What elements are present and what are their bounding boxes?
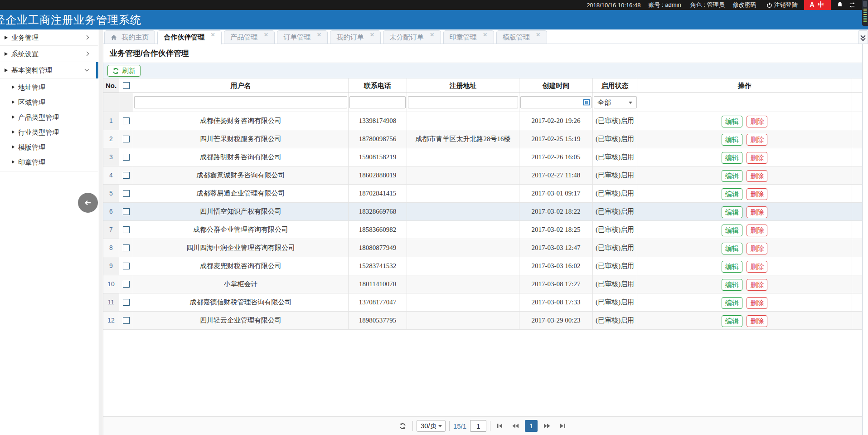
delete-button[interactable]: 删除 bbox=[747, 225, 767, 236]
table-row[interactable]: 10 小掌柜会计 18011410070 2017-03-08 17:27 (已… bbox=[103, 275, 862, 293]
table-row[interactable]: 7 成都公群企业管理咨询有限公司 18583660982 2017-03-02 … bbox=[103, 221, 862, 239]
sidebar-subitem[interactable]: 区域管理 bbox=[0, 95, 98, 110]
row-checkbox[interactable] bbox=[123, 136, 130, 142]
col-header-address[interactable]: 注册地址 bbox=[407, 78, 519, 93]
browser-scrollbar[interactable] bbox=[862, 0, 868, 26]
col-header-actions[interactable]: 操作 bbox=[637, 78, 852, 93]
tab[interactable]: 未分配订单 ✕ bbox=[383, 30, 441, 44]
row-checkbox[interactable] bbox=[123, 317, 130, 324]
delete-button[interactable]: 删除 bbox=[747, 279, 767, 291]
table-row[interactable]: 5 成都蓉易通企业管理有限公司 18702841415 2017-03-01 0… bbox=[103, 185, 862, 203]
row-checkbox[interactable] bbox=[123, 208, 130, 215]
edit-button[interactable]: 编辑 bbox=[722, 134, 742, 146]
col-header-phone[interactable]: 联系电话 bbox=[349, 78, 407, 93]
edit-button[interactable]: 编辑 bbox=[722, 116, 742, 127]
close-icon[interactable]: ✕ bbox=[317, 32, 322, 38]
calendar-icon[interactable] bbox=[583, 98, 590, 106]
prev-page-button[interactable] bbox=[509, 420, 521, 432]
row-checkbox[interactable] bbox=[123, 263, 130, 269]
next-page-button[interactable] bbox=[541, 420, 553, 432]
pager-refresh-button[interactable] bbox=[397, 420, 409, 432]
delete-button[interactable]: 删除 bbox=[747, 261, 767, 273]
edit-button[interactable]: 编辑 bbox=[722, 315, 742, 327]
edit-button[interactable]: 编辑 bbox=[722, 243, 742, 254]
table-row[interactable]: 12 四川轻云企业管理有限公司 18980537795 2017-03-29 0… bbox=[103, 312, 862, 330]
row-checkbox[interactable] bbox=[123, 154, 130, 161]
change-password-link[interactable]: 修改密码 bbox=[733, 1, 756, 9]
delete-button[interactable]: 删除 bbox=[747, 116, 767, 127]
sidebar-subitem[interactable]: 印章管理 bbox=[0, 155, 98, 170]
tab[interactable]: 产品管理 ✕ bbox=[224, 30, 275, 44]
delete-button[interactable]: 删除 bbox=[747, 170, 767, 182]
last-page-button[interactable] bbox=[557, 420, 568, 432]
col-header-no[interactable]: No. bbox=[103, 78, 119, 93]
bell-icon[interactable] bbox=[837, 1, 843, 9]
tab[interactable]: 我的主页 ✕ bbox=[104, 30, 155, 44]
language-badge[interactable]: A 中 bbox=[804, 0, 831, 10]
col-header-created[interactable]: 创建时间 bbox=[519, 78, 593, 93]
col-header-checkbox[interactable] bbox=[119, 78, 133, 93]
close-icon[interactable]: ✕ bbox=[483, 32, 488, 38]
layout-splitter[interactable] bbox=[99, 29, 103, 435]
table-row[interactable]: 3 成都路明财务咨询有限公司 15908158219 2017-02-26 16… bbox=[103, 148, 862, 166]
delete-button[interactable]: 删除 bbox=[747, 188, 767, 200]
col-header-username[interactable]: 用户名 bbox=[133, 78, 349, 93]
edit-button[interactable]: 编辑 bbox=[722, 279, 742, 291]
address-filter-input[interactable] bbox=[408, 96, 518, 108]
created-filter-input[interactable] bbox=[520, 96, 592, 108]
table-row[interactable]: 11 成都嘉德信财税管理咨询有限公司 13708177047 2017-03-0… bbox=[103, 293, 862, 312]
sidebar-subitem[interactable]: 地址管理 bbox=[0, 80, 98, 95]
row-checkbox[interactable] bbox=[123, 190, 130, 197]
sidebar-subitem[interactable]: 行业类型管理 bbox=[0, 125, 98, 140]
phone-filter-input[interactable] bbox=[349, 96, 406, 108]
close-icon[interactable]: ✕ bbox=[370, 32, 375, 38]
close-icon[interactable]: ✕ bbox=[210, 32, 215, 38]
tab[interactable]: 印章管理 ✕ bbox=[443, 30, 494, 44]
sidebar-subitem[interactable]: 模版管理 bbox=[0, 140, 98, 155]
table-row[interactable]: 6 四川悟空知识产权有限公司 18328669768 2017-03-02 18… bbox=[103, 203, 862, 221]
row-checkbox[interactable] bbox=[123, 244, 130, 251]
edit-button[interactable]: 编辑 bbox=[722, 152, 742, 164]
delete-button[interactable]: 删除 bbox=[747, 315, 767, 327]
table-row[interactable]: 4 成都鑫意诚财务咨询有限公司 18602888019 2017-02-27 1… bbox=[103, 166, 862, 185]
tab[interactable]: 订单管理 ✕ bbox=[277, 30, 328, 44]
scrollbar-thumb[interactable] bbox=[863, 1, 867, 7]
delete-button[interactable]: 删除 bbox=[747, 134, 767, 146]
delete-button[interactable]: 删除 bbox=[747, 297, 767, 309]
row-checkbox[interactable] bbox=[123, 172, 130, 179]
tab[interactable]: 合作伙伴管理 ✕ bbox=[157, 30, 222, 44]
username-filter-input[interactable] bbox=[134, 96, 347, 108]
sidebar-section[interactable]: 业务管理 bbox=[0, 29, 98, 46]
edit-button[interactable]: 编辑 bbox=[722, 297, 742, 309]
row-checkbox[interactable] bbox=[123, 117, 130, 124]
status-filter-select[interactable]: 全部 bbox=[594, 96, 637, 108]
sidebar-section[interactable]: 基本资料管理 bbox=[0, 62, 98, 78]
table-row[interactable]: 8 四川四海中润企业管理咨询有限公司 18080877949 2017-03-0… bbox=[103, 239, 862, 257]
page-number-input[interactable] bbox=[470, 420, 486, 432]
table-row[interactable]: 2 四川芒果财税服务有限公司 18780098756 成都市青羊区太升北路28号… bbox=[103, 130, 862, 148]
sidebar-subitem[interactable]: 产品类型管理 bbox=[0, 110, 98, 125]
table-row[interactable]: 1 成都佳扬财务咨询有限公司 13398174908 2017-02-20 19… bbox=[103, 112, 862, 130]
edit-button[interactable]: 编辑 bbox=[722, 261, 742, 273]
first-page-button[interactable] bbox=[494, 420, 506, 432]
sidebar-section[interactable]: 系统设置 bbox=[0, 46, 98, 62]
row-checkbox[interactable] bbox=[123, 226, 130, 233]
tab[interactable]: 模版管理 ✕ bbox=[496, 30, 547, 44]
swap-arrows-icon[interactable] bbox=[848, 2, 856, 8]
table-row[interactable]: 9 成都麦兜财税咨询有限公司 15283741532 2017-03-03 16… bbox=[103, 257, 862, 275]
refresh-button[interactable]: 刷新 bbox=[107, 65, 141, 77]
edit-button[interactable]: 编辑 bbox=[722, 206, 742, 218]
row-checkbox[interactable] bbox=[123, 299, 130, 306]
edit-button[interactable]: 编辑 bbox=[722, 170, 742, 182]
tab[interactable]: 我的订单 ✕ bbox=[330, 30, 381, 44]
tab-overflow-button[interactable] bbox=[858, 30, 868, 44]
close-icon[interactable]: ✕ bbox=[536, 32, 541, 38]
close-icon[interactable]: ✕ bbox=[263, 32, 268, 38]
logout-link[interactable]: 注销登陆 bbox=[766, 1, 798, 9]
edit-button[interactable]: 编辑 bbox=[722, 225, 742, 236]
delete-button[interactable]: 删除 bbox=[747, 206, 767, 218]
page-size-select[interactable]: 30/页 bbox=[417, 420, 446, 432]
current-page-button[interactable]: 1 bbox=[525, 420, 538, 432]
close-icon[interactable]: ✕ bbox=[430, 32, 435, 38]
delete-button[interactable]: 删除 bbox=[747, 243, 767, 254]
